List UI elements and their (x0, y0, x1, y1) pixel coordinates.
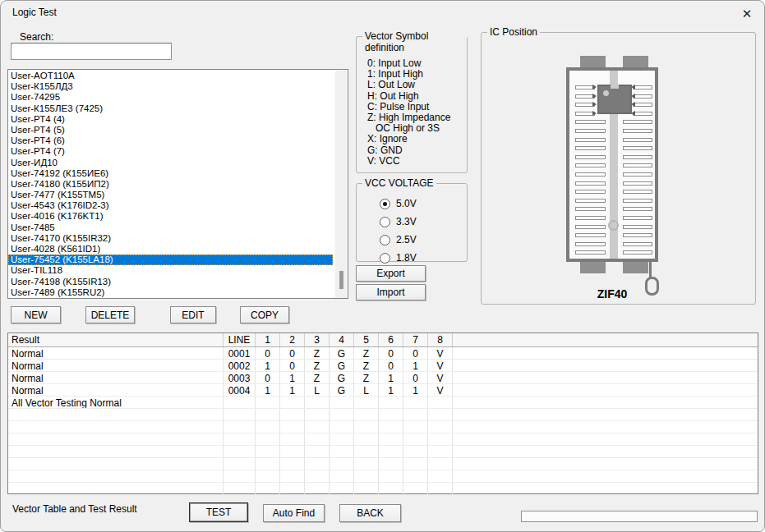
pin-cell: 1 (280, 372, 305, 383)
pin-cell (256, 483, 280, 494)
column-header[interactable]: 5 (354, 333, 379, 346)
listbox-scrollbar[interactable] (335, 71, 347, 298)
pin-cell: 0 (256, 372, 280, 383)
column-header[interactable]: 7 (403, 333, 428, 346)
pin-cell (428, 483, 453, 494)
column-header[interactable]: 6 (379, 333, 403, 346)
pin-cell (379, 397, 403, 408)
pin-slot (575, 103, 595, 107)
list-item[interactable]: User-К155ЛЕ3 (7425) (8, 103, 348, 114)
pin-slot (623, 225, 652, 229)
column-header[interactable]: Result (8, 333, 224, 346)
list-item[interactable]: User-74198 (K155IR13) (8, 277, 348, 287)
pin-cell (379, 421, 403, 433)
search-input[interactable] (11, 43, 172, 60)
result-cell: Normal (8, 347, 224, 359)
table-row[interactable]: Normal000210ZGZ01V (8, 360, 758, 372)
export-button[interactable]: Export (356, 265, 426, 282)
pin-cell: L (354, 384, 379, 396)
filler-cell (453, 470, 758, 482)
socket-tab (623, 261, 648, 273)
table-row (8, 421, 758, 433)
list-item[interactable]: User-К155ЛД3 (8, 81, 348, 92)
pin-slot (575, 146, 606, 150)
ic-chip (597, 85, 632, 114)
column-header[interactable]: 8 (428, 333, 453, 346)
list-item[interactable]: User-AOT110A (8, 71, 348, 81)
list-item[interactable]: User-4543 (K176ID2-3) (8, 200, 348, 211)
delete-button[interactable]: DELETE (85, 306, 135, 323)
pin-cell: V (428, 347, 453, 359)
auto-find-button[interactable]: Auto Find (263, 504, 325, 522)
list-item[interactable]: User-75452 (K155LA18) (8, 255, 333, 265)
table-row[interactable]: Normal000301ZGZ10V (8, 372, 758, 384)
pin-slot (623, 172, 652, 177)
pin-cell (305, 446, 330, 457)
list-item[interactable]: User-7477 (K155TM5) (8, 190, 348, 200)
line-cell (224, 446, 256, 457)
pin-cell (330, 409, 354, 420)
column-header[interactable]: LINE (224, 333, 256, 346)
vcc-voltage-group-title: VCC VOLTAGE (362, 177, 436, 189)
list-item[interactable]: User-7489 (K155RU2) (8, 287, 348, 298)
pin-cell: V (428, 384, 453, 396)
pin-cell (428, 458, 453, 470)
vcc-radio-1.8v[interactable]: 1.8V (380, 249, 417, 267)
device-listbox[interactable]: User-AOT110AUser-К155ЛД3User-74295User-К… (7, 69, 348, 299)
pin-cell (305, 483, 330, 494)
pin-slot (575, 94, 595, 99)
line-cell (224, 397, 256, 408)
back-button[interactable]: BACK (339, 504, 401, 522)
list-item[interactable]: User-РТ4 (5) (8, 125, 348, 135)
pin-cell: Z (354, 372, 379, 383)
pin-cell: Z (354, 360, 379, 371)
vcc-radio-2.5v[interactable]: 2.5V (380, 231, 417, 249)
table-row[interactable]: Normal000100ZGZ00V (8, 347, 758, 360)
filler-cell (453, 360, 758, 371)
list-item[interactable]: User-74170 (K155IR32) (8, 233, 348, 244)
vcc-radio-3.3v[interactable]: 3.3V (380, 213, 417, 231)
list-item[interactable]: User-РТ4 (7) (8, 146, 348, 157)
vcc-radio-5.0v[interactable]: 5.0V (380, 195, 417, 213)
list-item[interactable]: User-74192 (К155ИЕ6) (8, 168, 348, 179)
pin-cell (403, 483, 428, 494)
list-item[interactable]: User-74180 (К155ИП2) (8, 179, 348, 190)
close-button[interactable]: ✕ (736, 4, 758, 24)
pin-cell: 1 (379, 372, 403, 383)
list-item[interactable]: User-4016 (K176KT1) (8, 211, 348, 222)
pin-cell: Z (305, 347, 330, 359)
list-item[interactable]: User-TIL118 (8, 265, 348, 276)
column-header[interactable]: 4 (330, 333, 354, 346)
list-item[interactable]: User-74295 (8, 92, 348, 103)
pin-cell: Z (305, 372, 330, 383)
import-button[interactable]: Import (356, 284, 426, 300)
list-item[interactable]: User-4028 (K561ID1) (8, 244, 348, 255)
socket-lever (649, 259, 652, 278)
column-header[interactable]: 1 (256, 333, 280, 346)
table-row[interactable]: All Vector Testing Normal (8, 397, 758, 409)
new-button[interactable]: NEW (11, 306, 61, 323)
table-row[interactable]: Normal000411LGL11V (8, 384, 758, 397)
scrollbar-thumb[interactable] (339, 271, 343, 289)
vcc-options: 5.0V3.3V2.5V1.8V (380, 195, 417, 267)
pin-cell (403, 446, 428, 457)
column-header[interactable]: 3 (305, 333, 330, 346)
list-item[interactable]: User-ИД10 (8, 158, 348, 168)
result-table: ResultLINE12345678Normal000100ZGZ00VNorm… (7, 332, 758, 494)
column-header[interactable]: 2 (280, 333, 305, 346)
title-bar: Logic Test ✕ (1, 1, 764, 25)
list-item[interactable]: User-РТ4 (4) (8, 114, 348, 125)
copy-button[interactable]: COPY (240, 306, 289, 323)
pin-slot (623, 120, 652, 124)
test-button[interactable]: TEST (189, 502, 248, 522)
line-cell: 0004 (224, 384, 256, 396)
result-cell: All Vector Testing Normal (8, 397, 224, 408)
table-row (8, 483, 758, 495)
vector-symbol-line: X: Ignore (367, 134, 450, 144)
list-item[interactable]: User-РТ4 (6) (8, 135, 348, 146)
edit-button[interactable]: EDIT (170, 306, 216, 323)
pin-cell (256, 397, 280, 408)
pin-slot (575, 216, 606, 220)
pin-cell (379, 470, 403, 482)
list-item[interactable]: User-7485 (8, 222, 348, 233)
